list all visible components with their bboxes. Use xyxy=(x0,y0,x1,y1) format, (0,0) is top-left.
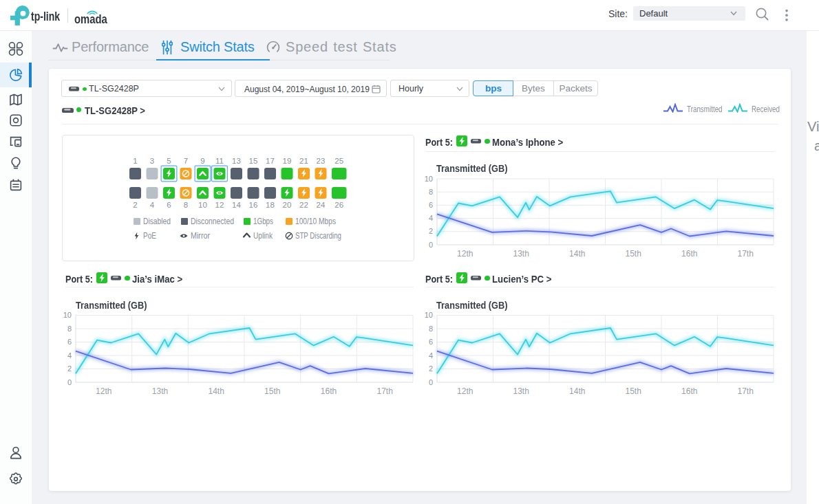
svg-text:15: 15 xyxy=(249,157,258,165)
svg-text:13: 13 xyxy=(232,157,241,165)
svg-text:7: 7 xyxy=(184,157,188,165)
svg-text:26: 26 xyxy=(334,201,343,209)
svg-text:2: 2 xyxy=(133,201,137,209)
svg-text:12: 12 xyxy=(215,201,224,209)
svg-text:13th: 13th xyxy=(513,249,529,259)
svg-text:2: 2 xyxy=(429,227,433,235)
svg-text:11: 11 xyxy=(215,157,224,165)
svg-text:10: 10 xyxy=(425,311,433,319)
svg-text:3: 3 xyxy=(150,157,154,165)
svg-text:18: 18 xyxy=(266,201,275,209)
svg-text:16th: 16th xyxy=(321,386,337,396)
svg-text:100/10 Mbps: 100/10 Mbps xyxy=(295,217,336,226)
svg-text:25: 25 xyxy=(334,157,343,165)
svg-text:14th: 14th xyxy=(569,249,585,259)
svg-text:15th: 15th xyxy=(626,386,641,396)
svg-text:12th: 12th xyxy=(457,386,473,396)
svg-text:15th: 15th xyxy=(264,386,280,396)
svg-text:6: 6 xyxy=(67,338,72,346)
svg-text:22: 22 xyxy=(299,201,308,209)
svg-text:STP Discarding: STP Discarding xyxy=(295,231,341,241)
svg-text:Disabled: Disabled xyxy=(143,217,171,226)
svg-text:10: 10 xyxy=(198,201,207,209)
svg-text:23: 23 xyxy=(317,157,326,165)
svg-text:16th: 16th xyxy=(681,249,697,259)
svg-text:17th: 17th xyxy=(738,249,754,259)
svg-text:8: 8 xyxy=(429,325,433,333)
svg-text:8: 8 xyxy=(429,188,433,196)
svg-text:17th: 17th xyxy=(738,386,754,396)
svg-text:0: 0 xyxy=(67,378,72,386)
svg-text:PoE: PoE xyxy=(143,231,156,241)
svg-text:Mirror: Mirror xyxy=(191,231,210,241)
svg-text:14th: 14th xyxy=(209,386,224,396)
svg-text:24: 24 xyxy=(317,201,326,209)
svg-text:4: 4 xyxy=(429,351,433,360)
svg-text:6: 6 xyxy=(167,201,171,209)
svg-text:13th: 13th xyxy=(152,386,168,396)
svg-text:6: 6 xyxy=(429,201,433,209)
svg-text:6: 6 xyxy=(429,338,433,346)
svg-text:14: 14 xyxy=(232,201,241,209)
svg-text:20: 20 xyxy=(283,201,292,209)
svg-text:4: 4 xyxy=(67,351,72,360)
svg-text:17: 17 xyxy=(266,157,275,165)
svg-text:14th: 14th xyxy=(569,386,585,396)
svg-text:0: 0 xyxy=(429,241,433,249)
svg-text:2: 2 xyxy=(67,364,72,373)
svg-text:21: 21 xyxy=(299,157,308,165)
svg-text:8: 8 xyxy=(67,325,72,333)
svg-text:9: 9 xyxy=(200,157,204,165)
svg-text:1Gbps: 1Gbps xyxy=(253,217,273,226)
svg-text:5: 5 xyxy=(167,157,171,165)
svg-text:0: 0 xyxy=(429,378,433,386)
svg-text:Disconnected: Disconnected xyxy=(191,217,234,226)
svg-text:1: 1 xyxy=(133,157,137,165)
svg-text:10: 10 xyxy=(63,311,72,319)
svg-text:16: 16 xyxy=(249,201,258,209)
svg-text:8: 8 xyxy=(184,201,188,209)
svg-text:16th: 16th xyxy=(681,386,697,396)
svg-text:4: 4 xyxy=(429,214,433,222)
svg-text:12th: 12th xyxy=(96,386,111,396)
svg-text:13th: 13th xyxy=(513,386,529,396)
svg-text:19: 19 xyxy=(283,157,292,165)
svg-text:15th: 15th xyxy=(626,249,641,259)
svg-text:10: 10 xyxy=(425,175,433,183)
svg-text:12th: 12th xyxy=(457,249,473,259)
svg-text:17th: 17th xyxy=(377,386,393,396)
svg-text:4: 4 xyxy=(150,201,155,209)
svg-text:2: 2 xyxy=(429,364,433,373)
svg-text:Uplink: Uplink xyxy=(253,231,273,241)
